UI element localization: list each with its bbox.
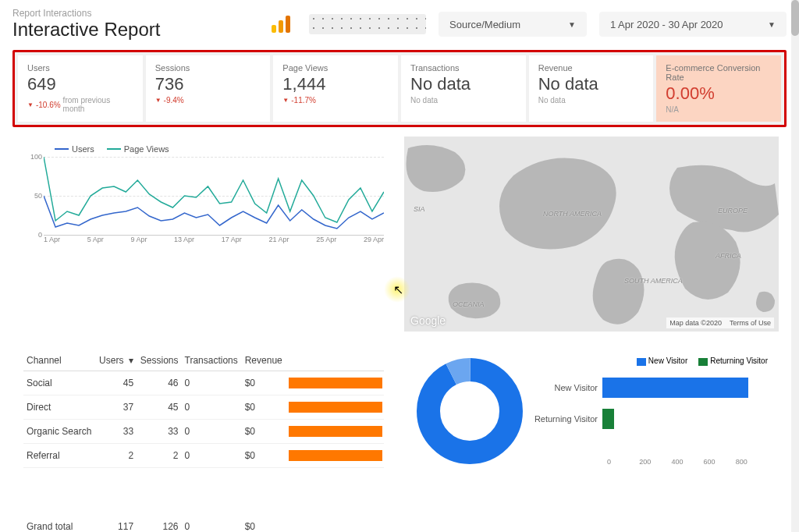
kpi-value: 736 (155, 74, 261, 94)
x-tick: 400 (671, 458, 703, 466)
legend-pageviews: Page Views (124, 144, 169, 154)
y-tick: 50 (34, 192, 42, 200)
caret-down-icon: ▼ (568, 20, 576, 29)
date-range-select[interactable]: 1 Apr 2020 - 30 Apr 2020 ▼ (599, 12, 787, 37)
date-range-label: 1 Apr 2020 - 30 Apr 2020 (610, 19, 723, 30)
kpi-label: E-commerce Conversion Rate (666, 63, 772, 82)
kpi-card-e-commerce-conversion-rate[interactable]: E-commerce Conversion Rate0.00%N/A (656, 55, 781, 122)
th-transactions[interactable]: Transactions (182, 350, 242, 371)
x-tick: 800 (736, 458, 768, 466)
x-tick: 17 Apr (222, 236, 242, 246)
kpi-card-revenue[interactable]: RevenueNo dataNo data (529, 55, 654, 122)
table-row[interactable]: Organic Search33330$0 (23, 420, 384, 444)
x-tick: 200 (639, 458, 671, 466)
visitor-type-chart[interactable]: New Visitor Returning Visitor New Visito… (404, 341, 779, 481)
map-region-label: SIA (414, 205, 425, 213)
x-tick: 1 Apr (44, 236, 60, 246)
donut-chart (415, 356, 524, 466)
kpi-change: ▼-10.6% from previous month (27, 96, 133, 113)
x-tick: 21 Apr (268, 236, 289, 246)
th-sessions[interactable]: Sessions (137, 350, 181, 371)
map-region-label: NORTH AMERICA (543, 210, 602, 218)
kpi-label: Revenue (538, 63, 645, 73)
map-region-label: EUROPE (718, 207, 748, 215)
kpi-value: No data (538, 74, 645, 94)
dimension-select[interactable]: Source/Medium ▼ (439, 12, 587, 37)
google-attribution: Google (410, 314, 446, 327)
kpi-value: 1,444 (282, 74, 389, 94)
y-tick: 100 (30, 153, 42, 161)
kpi-label: Page Views (282, 63, 389, 73)
map-region-label: AFRICA (716, 252, 741, 260)
table-row[interactable]: Social45460$0 (23, 371, 384, 395)
legend-new-visitor: New Visitor (648, 356, 687, 365)
th-users[interactable]: Users ▾ (95, 350, 137, 371)
kpi-card-sessions[interactable]: Sessions736▼-9.4% (146, 55, 271, 122)
x-tick: 13 Apr (174, 236, 194, 246)
table-row[interactable]: Direct37450$0 (23, 395, 384, 420)
x-tick: 5 Apr (87, 236, 104, 246)
svg-point-3 (446, 388, 493, 434)
kpi-label: Users (27, 63, 133, 73)
analytics-logo-icon (272, 16, 290, 33)
kpi-card-users[interactable]: Users649▼-10.6% from previous month (18, 55, 143, 122)
blurred-account-label (309, 14, 426, 34)
hbar-row: Returning Visitor (532, 403, 768, 434)
caret-down-icon: ▼ (768, 20, 776, 29)
kpi-value: 0.00% (666, 83, 772, 104)
kpi-value: 649 (27, 74, 133, 94)
kpi-change: N/A (666, 105, 772, 114)
kpi-label: Transactions (410, 63, 517, 73)
x-tick: 9 Apr (130, 236, 147, 246)
legend-users: Users (72, 144, 94, 154)
time-series-chart[interactable]: Users Page Views 0 50 100 1 Apr5 Apr9 Ap… (12, 137, 395, 261)
kpi-change: ▼-11.7% (282, 96, 389, 105)
x-tick: 29 Apr (364, 236, 384, 246)
x-tick: 600 (704, 458, 736, 466)
kpi-value: No data (410, 74, 517, 94)
dimension-select-label: Source/Medium (449, 19, 520, 30)
kpi-change: No data (538, 96, 645, 105)
table-total-row: Grand total1171260$0 (23, 505, 384, 532)
x-tick: 25 Apr (316, 236, 336, 246)
vertical-scrollbar[interactable] (791, 0, 799, 532)
kpi-label: Sessions (155, 63, 261, 73)
channel-table[interactable]: Channel Users ▾ Sessions Transactions Re… (12, 341, 395, 532)
page-title: Interactive Report (12, 19, 253, 41)
scrollbar-thumb[interactable] (791, 0, 799, 36)
th-revenue[interactable]: Revenue (242, 350, 286, 371)
legend-returning-visitor: Returning Visitor (710, 356, 768, 365)
table-row[interactable]: Referral220$0 (23, 444, 384, 468)
geo-map[interactable]: SIA NORTH AMERICA EUROPE AFRICA SOUTH AM… (404, 137, 779, 332)
kpi-card-transactions[interactable]: TransactionsNo dataNo data (401, 55, 526, 122)
hbar-row: New Visitor (532, 372, 768, 403)
map-region-label: OCEANIA (453, 300, 485, 308)
y-tick: 0 (38, 231, 42, 239)
kpi-scorecards: Users649▼-10.6% from previous monthSessi… (12, 50, 787, 127)
kpi-change: ▼-9.4% (155, 96, 261, 105)
map-region-label: SOUTH AMERICA (624, 277, 683, 285)
page-subtitle: Report Interactions (12, 8, 253, 19)
x-tick: 0 (607, 458, 639, 466)
kpi-card-page-views[interactable]: Page Views1,444▼-11.7% (273, 55, 398, 122)
map-terms-link[interactable]: Terms of Use (730, 319, 771, 327)
map-copyright: Map data ©2020 (669, 319, 722, 327)
kpi-change: No data (410, 96, 517, 105)
th-channel[interactable]: Channel (23, 350, 95, 371)
